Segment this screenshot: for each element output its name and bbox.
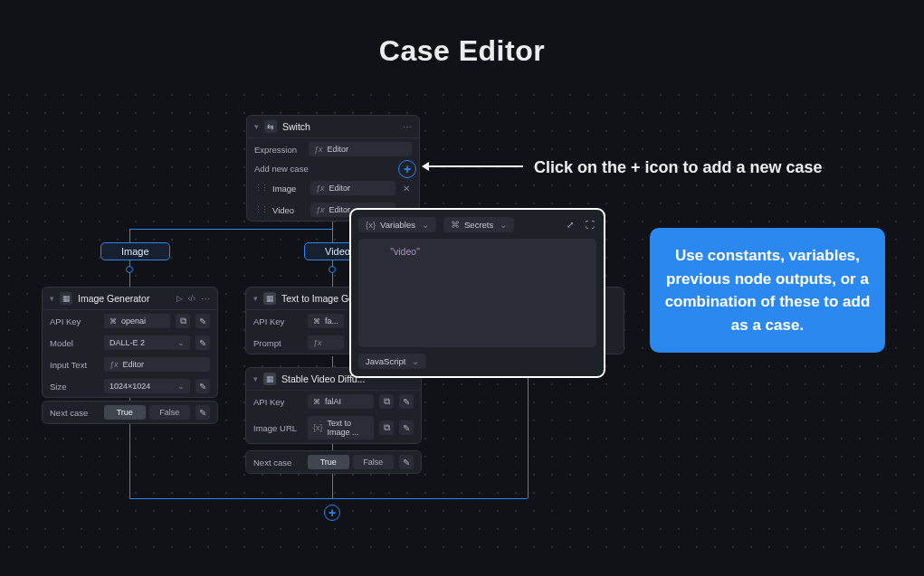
edit-button[interactable]: ✎	[195, 335, 210, 350]
field-value: 1024×1024	[110, 382, 150, 391]
wire	[129, 229, 332, 230]
image-url-row: Image URL {x}Text to Image ... ⧉ ✎	[246, 412, 421, 443]
size-select[interactable]: 1024×1024	[104, 379, 190, 393]
case-row-image: ⋮⋮ Image ƒxEditor ✕	[247, 177, 419, 199]
expression-row: Expression ƒxEditor	[247, 138, 419, 160]
field-label: Prompt	[253, 338, 302, 348]
flow-canvas[interactable]: + ▾ ⇆ Switch ⋯ Expression ƒxEditor Add n…	[0, 0, 924, 576]
dropdown-label: Secrets	[464, 220, 493, 230]
add-node-button[interactable]: +	[324, 505, 340, 521]
fx-icon: ƒx	[110, 360, 119, 369]
add-case-label: Add new case	[254, 164, 412, 174]
api-key-field[interactable]: ⌘openai	[104, 314, 170, 328]
case-name: Image	[272, 184, 305, 194]
edit-button[interactable]: ✎	[399, 394, 414, 409]
node-menu-icon[interactable]: ⋯	[403, 122, 412, 132]
stable-video-node: ▾ ▦ Stable Video Diffu... API Key ⌘falAI…	[245, 367, 422, 444]
true-false-toggle[interactable]: True False	[308, 455, 394, 469]
node-name: Image Generator	[78, 293, 171, 304]
api-key-field[interactable]: ⌘falAI	[308, 394, 374, 409]
language-dropdown[interactable]: JavaScript	[358, 354, 426, 369]
expression-field[interactable]: ƒxEditor	[309, 142, 412, 156]
collapse-icon[interactable]: ▾	[254, 122, 259, 131]
expression-toolbar: {x}Variables ⌘Secrets ⤢ ⛶	[358, 217, 596, 232]
flow-port	[126, 266, 133, 273]
true-option[interactable]: True	[104, 405, 146, 420]
variable-icon: {x}	[313, 423, 323, 432]
drag-handle-icon[interactable]: ⋮⋮	[254, 184, 267, 193]
add-case-row: Add new case	[247, 160, 419, 177]
add-case-button[interactable]: +	[398, 160, 416, 178]
prompt-field[interactable]: ƒx	[308, 335, 344, 350]
remove-case-icon[interactable]: ✕	[401, 184, 412, 194]
api-key-row: API Key ⌘falAI ⧉ ✎	[246, 391, 421, 412]
field-value: openai	[121, 316, 146, 326]
flow-port	[329, 266, 336, 273]
secrets-dropdown[interactable]: ⌘Secrets	[443, 217, 514, 232]
fx-icon: ƒx	[313, 338, 322, 347]
field-label: API Key	[50, 316, 99, 326]
size-row: Size 1024×1024 ✎	[43, 375, 217, 397]
edit-button[interactable]: ✎	[195, 379, 210, 393]
fx-icon: ƒx	[316, 205, 325, 214]
copy-button[interactable]: ⧉	[379, 394, 394, 409]
node-menu-icon[interactable]: ⋯	[201, 294, 210, 304]
node-header[interactable]: ▾ ⇆ Switch ⋯	[247, 116, 419, 138]
drag-handle-icon[interactable]: ⋮⋮	[254, 205, 267, 214]
field-value: DALL-E 2	[110, 338, 145, 347]
branch-image[interactable]: Image	[100, 242, 170, 260]
image-url-field[interactable]: {x}Text to Image ...	[308, 416, 374, 439]
edit-button[interactable]: ✎	[195, 314, 210, 328]
case-value-field[interactable]: ƒxEditor	[310, 181, 395, 195]
expression-editor-popup: {x}Variables ⌘Secrets ⤢ ⛶ "video" JavaSc…	[349, 208, 605, 378]
copy-button[interactable]: ⧉	[379, 420, 394, 435]
model-select[interactable]: DALL-E 2	[104, 335, 190, 350]
next-case-row: Next case True False ✎	[43, 401, 217, 423]
api-key-row: API Key ⌘openai ⧉ ✎	[43, 310, 217, 332]
wire	[129, 420, 130, 498]
copy-button[interactable]: ⧉	[176, 314, 190, 328]
variables-dropdown[interactable]: {x}Variables	[358, 217, 436, 232]
field-label: API Key	[253, 397, 302, 407]
next-case-node-right: Next case True False ✎	[245, 450, 422, 474]
false-option[interactable]: False	[353, 455, 395, 469]
edit-button[interactable]: ✎	[195, 405, 210, 420]
collapse-icon[interactable]: ▾	[253, 374, 258, 383]
variable-icon: {x}	[366, 220, 376, 230]
key-icon: ⌘	[313, 398, 320, 406]
false-option[interactable]: False	[149, 405, 191, 420]
wire	[129, 498, 528, 499]
expand-icon[interactable]: ⛶	[584, 219, 596, 231]
switch-icon: ⇆	[264, 120, 277, 133]
tip-callout: Use constants, variables, previous node …	[650, 228, 885, 353]
field-value: Editor	[328, 145, 349, 154]
image-icon: ▦	[60, 292, 72, 305]
node-header[interactable]: ▾ ▦ Image Generator ▷ ‹/› ⋯	[43, 288, 217, 310]
collapse-icon[interactable]: ▾	[253, 294, 258, 303]
dropdown-label: Variables	[380, 220, 415, 230]
api-key-field[interactable]: ⌘fa...	[308, 314, 344, 328]
next-case-row: Next case True False ✎	[246, 451, 421, 473]
true-false-toggle[interactable]: True False	[104, 405, 190, 420]
collapse-icon[interactable]: ▾	[50, 294, 54, 303]
case-name: Video	[272, 205, 305, 215]
fx-icon: ƒx	[316, 184, 325, 193]
wire	[332, 470, 333, 498]
edit-button[interactable]: ✎	[399, 420, 414, 435]
field-label: Next case	[253, 458, 302, 467]
input-text-field[interactable]: ƒxEditor	[104, 357, 210, 372]
shuffle-icon[interactable]: ⤢	[564, 219, 576, 231]
next-case-node-left: Next case True False ✎	[42, 401, 218, 424]
edit-button[interactable]: ✎	[399, 455, 414, 469]
code-icon[interactable]: ‹/›	[188, 294, 196, 303]
play-icon[interactable]: ▷	[176, 294, 183, 303]
true-option[interactable]: True	[308, 455, 349, 469]
field-value: falAI	[325, 397, 341, 406]
image-generator-node: ▾ ▦ Image Generator ▷ ‹/› ⋯ API Key ⌘ope…	[42, 287, 218, 398]
image-icon: ▦	[263, 292, 276, 305]
expression-code-input[interactable]: "video"	[358, 239, 596, 347]
video-icon: ▦	[263, 373, 276, 385]
key-icon: ⌘	[451, 220, 460, 230]
expression-footer: JavaScript	[358, 354, 596, 369]
field-value: Editor	[329, 184, 351, 193]
